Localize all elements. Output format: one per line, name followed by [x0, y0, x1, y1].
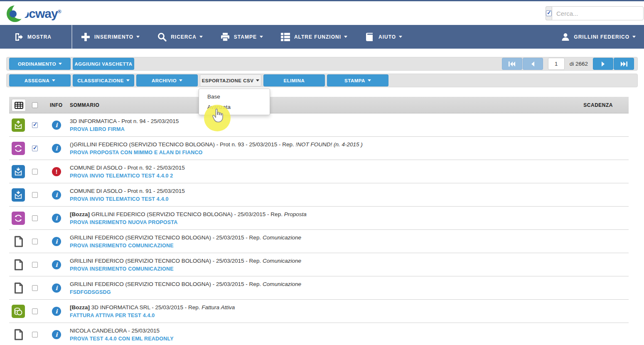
row-link[interactable]: PROVA INSERIMENTO COMUNICAZIONE: [70, 266, 174, 272]
esportazione-csv-button[interactable]: ESPORTAZIONE CSV: [200, 74, 261, 86]
row-summary: ()GRILLINI FEDERICO (SERVIZIO TECNICO BO…: [70, 140, 363, 148]
pager-next-button[interactable]: [593, 58, 613, 70]
search-checkbox[interactable]: [546, 10, 552, 16]
toolbar-top: ORDINAMENTOAGGIUNGI VASCHETTA di 2662: [6, 57, 638, 71]
nav-item-label: INSERIMENTO: [94, 34, 133, 40]
global-search: [546, 6, 638, 20]
row-summary: [Bozza] 3D INFORMATICA SRL - 25/03/2015 …: [70, 303, 235, 311]
info-icon[interactable]: i: [52, 330, 61, 339]
aggiungi-vaschetta-button[interactable]: AGGIUNGI VASCHETTA: [73, 58, 134, 70]
table-row: i GRILLINI FEDERICO (SERVIZIO TECNICO BO…: [9, 276, 629, 300]
row-link[interactable]: FSDFGDSGSDG: [70, 289, 111, 295]
pager-last-button[interactable]: [614, 58, 634, 70]
info-icon[interactable]: i: [52, 283, 61, 293]
table-view-button[interactable]: [12, 99, 26, 111]
main-nav: MOSTRA INSERIMENTO RICERCA STAMPE ALTRE …: [0, 25, 644, 49]
row-checkbox[interactable]: [32, 192, 38, 198]
document-icon: [12, 235, 25, 248]
nav-item-aiuto[interactable]: AIUTO: [365, 32, 402, 42]
select-all-checkbox[interactable]: [32, 102, 38, 108]
row-checkbox[interactable]: [32, 239, 38, 244]
workflow-icon: [12, 142, 25, 155]
chevron-down-icon: [256, 79, 259, 81]
toolbar-actions: ASSEGNACLASSIFICAZIONEARCHIVIOESPORTAZIO…: [6, 74, 638, 87]
row-checkbox[interactable]: [32, 262, 38, 268]
chevron-down-icon: [368, 79, 371, 81]
table-row: i GRILLINI FEDERICO (SERVIZIO TECNICO BO…: [9, 253, 629, 276]
button-label: ELIMINA: [284, 78, 305, 83]
row-checkbox[interactable]: [32, 308, 38, 314]
button-label: STAMPA: [344, 78, 365, 83]
row-checkbox[interactable]: [32, 145, 38, 151]
info-icon[interactable]: i: [52, 260, 61, 269]
user-menu[interactable]: GRILLINI FEDERICO: [561, 25, 636, 49]
exit-icon: [14, 32, 24, 42]
invoice-icon: [12, 305, 25, 318]
chevron-down-icon: [399, 36, 402, 38]
row-link[interactable]: FATTURA ATTIVA PER TEST 4.4.0: [70, 313, 155, 318]
nav-item-stampe[interactable]: STAMPE: [220, 32, 263, 42]
search-icon: [157, 32, 167, 42]
row-checkbox[interactable]: [32, 122, 38, 128]
pager-first-button[interactable]: [502, 58, 522, 70]
chevron-down-icon: [126, 79, 130, 81]
info-icon[interactable]: i: [52, 144, 61, 153]
alert-icon[interactable]: !: [52, 167, 61, 176]
dropdown-item-base[interactable]: Base: [199, 91, 270, 102]
search-input[interactable]: [552, 6, 644, 20]
table-row: i GRILLINI FEDERICO (SERVIZIO TECNICO BO…: [9, 230, 629, 253]
nav-item-altre-funzioni[interactable]: ALTRE FUNZIONI: [280, 32, 347, 42]
row-link[interactable]: PROVA PROPOSTA CON MIMMO E ALAN DI FIANC…: [70, 150, 203, 155]
chevron-down-icon: [59, 63, 62, 65]
document-icon: [12, 328, 25, 341]
row-summary: [Bozza] GRILLINI FEDERICO (SERVIZIO TECN…: [70, 210, 307, 218]
mail-in-icon: [12, 188, 25, 202]
app-header: ocway®: [0, 1, 644, 25]
info-icon[interactable]: i: [52, 214, 61, 223]
classificazione-button[interactable]: CLASSIFICAZIONE: [73, 74, 134, 86]
assegna-button[interactable]: ASSEGNA: [9, 74, 71, 86]
row-link[interactable]: PROVA LIBRO FIRMA: [70, 126, 125, 132]
mail-out-icon: [12, 118, 25, 132]
info-icon[interactable]: i: [52, 121, 61, 130]
pager-prev-button[interactable]: [523, 58, 543, 70]
search-scope-addon: [546, 6, 552, 20]
row-checkbox[interactable]: [32, 169, 38, 175]
archivio-button[interactable]: ARCHIVIO: [136, 74, 198, 86]
row-checkbox[interactable]: [32, 332, 38, 338]
row-summary: NICOLA CANDELORA - 25/03/2015: [70, 327, 174, 335]
row-link[interactable]: PROVA INSERIMENTO NUOVA PROPOSTA: [70, 219, 177, 225]
nav-item-inserimento[interactable]: INSERIMENTO: [81, 32, 140, 42]
table-row: i COMUNE DI ASOLO - Prot n. 91 - 25/03/2…: [9, 183, 629, 207]
row-checkbox[interactable]: [32, 215, 38, 221]
info-icon[interactable]: i: [52, 237, 61, 246]
elimina-button[interactable]: ELIMINA: [263, 74, 325, 86]
row-summary: GRILLINI FEDERICO (SERVIZIO TECNICO BOLO…: [70, 234, 301, 242]
row-link[interactable]: PROVA INVIO TELEMATICO TEST 4.4.0: [70, 196, 169, 202]
document-icon: [12, 258, 25, 271]
row-summary: 3D INFORMATICA - Prot n. 94 - 25/03/2015: [70, 117, 179, 125]
table-row: i 3D INFORMATICA - Prot n. 94 - 25/03/20…: [9, 113, 629, 137]
row-link[interactable]: PROVA TEST 4.4.0 CON EML READONLY: [70, 336, 174, 342]
table-header: INFO SOMMARIO SCADENZA: [9, 97, 629, 113]
chevron-down-icon: [52, 79, 55, 81]
mail-in-icon: [12, 165, 25, 178]
ordinamento-button[interactable]: ORDINAMENTO: [9, 58, 71, 70]
nav-item-label: AIUTO: [379, 34, 396, 40]
nav-item-mostra[interactable]: MOSTRA: [14, 32, 52, 42]
column-header-info: INFO: [50, 102, 63, 108]
user-icon: [561, 32, 570, 42]
row-checkbox[interactable]: [32, 285, 38, 291]
page-number-input[interactable]: [548, 58, 565, 70]
nav-item-ricerca[interactable]: RICERCA: [157, 32, 203, 42]
button-label: ARCHIVIO: [152, 78, 177, 83]
row-link[interactable]: PROVA INVIO TELEMATICO TEST 4.4.0 2: [70, 173, 173, 179]
info-icon[interactable]: i: [52, 307, 61, 316]
column-header-sommario: SOMMARIO: [70, 102, 99, 108]
document-table: INFO SOMMARIO SCADENZA i 3D INFORMATICA …: [9, 97, 629, 345]
docway-logo[interactable]: ocway®: [7, 5, 61, 23]
info-icon[interactable]: i: [52, 190, 61, 200]
row-link[interactable]: PROVA INSERIMENTO COMUNICAZIONE: [70, 243, 174, 249]
table-row: ! COMUNE DI ASOLO - Prot n. 92 - 25/03/2…: [9, 160, 629, 183]
stampa-button[interactable]: STAMPA: [327, 74, 388, 86]
